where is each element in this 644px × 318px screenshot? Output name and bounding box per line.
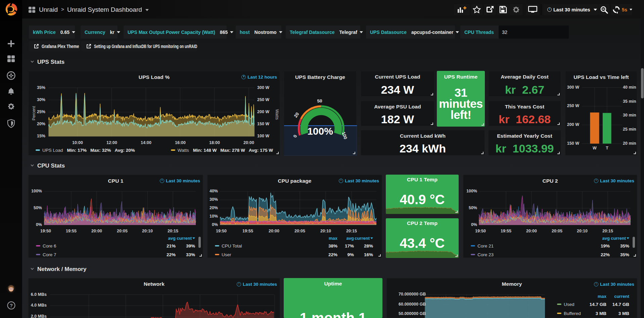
svg-text:?: ? bbox=[9, 303, 12, 308]
